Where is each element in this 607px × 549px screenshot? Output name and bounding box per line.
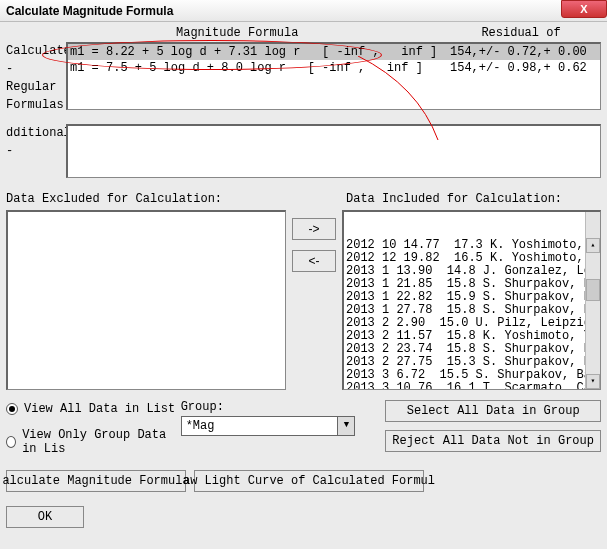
radio-icon bbox=[6, 436, 16, 448]
included-label: Data Included for Calculation: bbox=[286, 192, 601, 206]
calculate-formula-button[interactable]: alculate Magnitude Formula bbox=[6, 470, 186, 492]
group-label: Group: bbox=[181, 400, 356, 414]
move-left-button[interactable]: <- bbox=[292, 250, 336, 272]
magnitude-formula-header: Magnitude Formula bbox=[66, 26, 441, 40]
group-combo[interactable]: *Mag ▼ bbox=[181, 416, 356, 436]
excluded-label: Data Excluded for Calculation: bbox=[6, 192, 286, 206]
radio-view-all-label: View All Data in List bbox=[24, 402, 175, 416]
ok-button[interactable]: OK bbox=[6, 506, 84, 528]
formula-text: m1 = 7.5 + 5 log d + 8.0 log r [ -inf , … bbox=[70, 60, 450, 76]
scroll-thumb[interactable] bbox=[586, 279, 600, 301]
scroll-down-icon[interactable]: ▾ bbox=[586, 374, 600, 389]
formula-row[interactable]: m1 = 7.5 + 5 log d + 8.0 log r [ -inf , … bbox=[68, 60, 600, 76]
scrollbar[interactable]: ▴ ▾ bbox=[585, 212, 600, 389]
reject-not-in-group-button[interactable]: Reject All Data Not in Group bbox=[385, 430, 601, 452]
group-combo-value: *Mag bbox=[181, 416, 338, 436]
scroll-up-icon[interactable]: ▴ bbox=[586, 238, 600, 253]
radio-view-group-label: View Only Group Data in Lis bbox=[22, 428, 181, 456]
list-item[interactable]: 2013 3 10.76 16.1 T. Scarmato, Calabri bbox=[346, 382, 598, 390]
select-all-in-group-button[interactable]: Select All Data in Group bbox=[385, 400, 601, 422]
title-bar: Calculate Magnitude Formula X bbox=[0, 0, 607, 22]
window-title: Calculate Magnitude Formula bbox=[6, 4, 173, 18]
radio-view-group[interactable]: View Only Group Data in Lis bbox=[6, 428, 181, 456]
formula-residual: 154,+/- 0.72,+ 0.00 bbox=[450, 44, 600, 60]
formula-list[interactable]: m1 = 8.22 + 5 log d + 7.31 log r [ -inf … bbox=[66, 42, 601, 110]
radio-icon bbox=[6, 403, 18, 415]
formula-row[interactable]: m1 = 8.22 + 5 log d + 7.31 log r [ -inf … bbox=[68, 44, 600, 60]
label-regular: Regular bbox=[6, 78, 66, 96]
draw-light-curve-button[interactable]: aw Light Curve of Calculated Formul bbox=[194, 470, 424, 492]
close-icon[interactable]: X bbox=[561, 0, 607, 18]
label-dash: - bbox=[6, 60, 66, 78]
additional-label: dditional - bbox=[6, 124, 66, 178]
included-list[interactable]: 2012 10 14.77 17.3 K. Yoshimoto, Yamagu2… bbox=[342, 210, 601, 390]
column-headers: Magnitude Formula Residual of bbox=[6, 26, 601, 40]
move-right-button[interactable]: -> bbox=[292, 218, 336, 240]
residual-header: Residual of bbox=[441, 26, 601, 40]
excluded-list[interactable] bbox=[6, 210, 286, 390]
label-calculated: Calculated bbox=[6, 42, 66, 60]
formula-text: m1 = 8.22 + 5 log d + 7.31 log r [ -inf … bbox=[70, 44, 450, 60]
additional-list[interactable] bbox=[66, 124, 601, 178]
chevron-down-icon[interactable]: ▼ bbox=[337, 416, 355, 436]
formula-row-labels: Calculated - Regular Formulas bbox=[6, 42, 66, 114]
label-formulas: Formulas bbox=[6, 96, 66, 114]
formula-residual: 154,+/- 0.98,+ 0.62 bbox=[450, 60, 600, 76]
radio-view-all[interactable]: View All Data in List bbox=[6, 402, 181, 416]
